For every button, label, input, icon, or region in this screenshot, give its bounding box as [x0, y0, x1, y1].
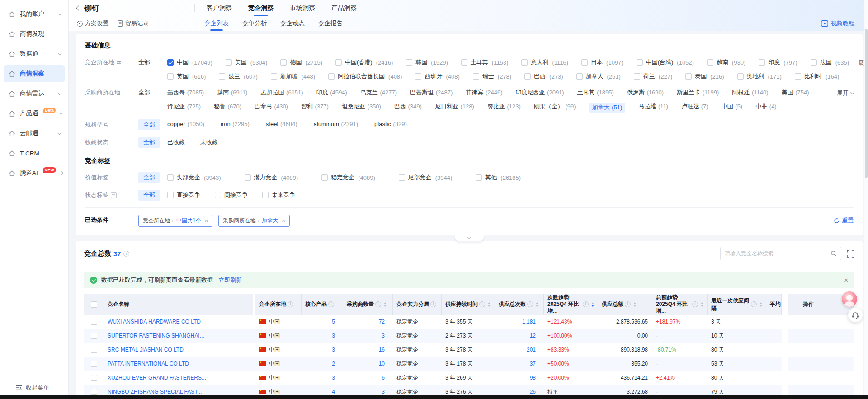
sort-icon[interactable]	[701, 302, 703, 307]
buyer-country-option[interactable]: 巴西 (349)	[394, 103, 422, 113]
spec-option[interactable]: plastic (329)	[374, 121, 407, 127]
supply-times-link[interactable]: 98	[530, 375, 536, 381]
search-input[interactable]	[725, 250, 830, 257]
country-filter-option[interactable]: 美国 (5304)	[226, 58, 268, 66]
info-icon[interactable]: i	[751, 301, 757, 307]
swap-icon[interactable]: ⇄	[117, 59, 121, 66]
collapse-menu-button[interactable]: 收起菜单	[0, 378, 68, 394]
core-product-count-link[interactable]: 3	[332, 375, 335, 381]
info-icon[interactable]: i	[430, 301, 436, 307]
buyer-country-option[interactable]: 智利 (377)	[301, 103, 329, 113]
chip-remove-icon[interactable]: ×	[282, 218, 285, 224]
core-product-count-link[interactable]: 2	[332, 361, 335, 367]
checkbox[interactable]	[737, 73, 744, 80]
spec-option[interactable]: iron (2295)	[221, 121, 250, 127]
spec-option[interactable]: steel (4684)	[266, 121, 297, 127]
chip-remove-icon[interactable]: ×	[205, 218, 208, 224]
sidebar-item[interactable]: 产品通 Beta	[4, 105, 65, 122]
core-product-count-link[interactable]: 3	[332, 347, 335, 353]
country-filter-option[interactable]: 印度 (797)	[759, 58, 797, 66]
checkbox[interactable]	[759, 59, 765, 66]
info-icon[interactable]: i	[692, 301, 698, 307]
buyer-count-link[interactable]: 3	[382, 333, 385, 339]
buyer-country-option[interactable]: 坦桑尼亚 (350)	[342, 103, 381, 113]
video-tutorial-button[interactable]: 视频教程	[821, 16, 854, 31]
banner-close-icon[interactable]: ×	[844, 276, 848, 284]
value-tag-option[interactable]: 稳定竞企 (4089)	[321, 174, 375, 182]
buyer-count-link[interactable]: 10	[379, 361, 385, 367]
reset-button[interactable]: 重置	[834, 215, 854, 225]
expand-button[interactable]: 展开	[827, 87, 854, 97]
plan-settings-button[interactable]: 方案设置	[77, 19, 108, 28]
fullscreen-icon[interactable]	[847, 250, 854, 258]
country-filter-option[interactable]: 中国(台湾) (1052)	[637, 58, 694, 66]
help-headset-button[interactable]	[848, 308, 863, 322]
buyer-country-option[interactable]: 菲律宾 (2446)	[466, 89, 502, 97]
company-name-link[interactable]: XUZHOU EVER GRAND FASTENERS...	[108, 375, 206, 381]
checkbox[interactable]	[473, 73, 479, 80]
checkbox[interactable]	[245, 174, 251, 181]
checkbox[interactable]	[271, 73, 277, 80]
info-icon[interactable]: i	[527, 301, 533, 307]
value-tag-option[interactable]: 其他 (26185)	[476, 174, 521, 182]
row-checkbox[interactable]	[91, 375, 97, 381]
info-icon[interactable]: i	[288, 301, 293, 307]
status-tag-option[interactable]: 间接竞争	[215, 191, 248, 199]
checkbox[interactable]	[811, 59, 817, 66]
sidebar-item[interactable]: T-CRM	[4, 145, 65, 162]
sort-icon-active[interactable]	[591, 302, 594, 307]
buyer-country-option[interactable]: 墨西哥 (7085)	[167, 89, 204, 97]
company-name-link[interactable]: SUPERTOR FASTENING SHANGHAI...	[108, 333, 204, 339]
checkbox[interactable]	[219, 73, 225, 80]
favorite-option[interactable]: 已收藏	[167, 138, 185, 146]
country-filter-option[interactable]: 越南 (930)	[707, 58, 745, 66]
customer-service-avatar[interactable]	[842, 291, 857, 307]
buyer-count-link[interactable]: 6	[382, 375, 385, 381]
buyer-count-link[interactable]: 72	[379, 319, 385, 325]
checkbox[interactable]	[637, 59, 643, 66]
supply-times-link[interactable]: 12	[530, 333, 536, 339]
country-filter-option[interactable]: 意大利 (1116)	[521, 58, 568, 66]
country-filter-option[interactable]: 泰国 (216)	[685, 72, 724, 80]
checkbox[interactable]	[521, 59, 528, 66]
row-checkbox[interactable]	[91, 389, 97, 395]
sort-icon[interactable]	[760, 302, 762, 307]
supply-times-link[interactable]: 37	[530, 361, 536, 367]
row-checkbox[interactable]	[91, 361, 97, 367]
company-name-link[interactable]: WUXI ANSHIDA HARDWARE CO LTD	[108, 319, 201, 325]
buyer-country-option[interactable]: 土耳其 (1895)	[577, 89, 614, 97]
info-icon[interactable]: i	[625, 301, 631, 307]
sidebar-item[interactable]: 商情发现	[4, 25, 65, 42]
checkbox[interactable]	[328, 73, 335, 80]
buyer-country-option[interactable]: 肯尼亚 (725)	[167, 103, 201, 113]
filter-all-option[interactable]: 全部	[138, 57, 167, 66]
checkbox[interactable]	[581, 59, 588, 66]
checkbox[interactable]	[167, 59, 174, 66]
value-tag-option[interactable]: 潜力竞企 (4089)	[245, 174, 298, 182]
checkbox[interactable]	[576, 73, 583, 80]
supply-times-link[interactable]: 201	[527, 347, 536, 353]
sort-icon[interactable]	[536, 302, 538, 307]
spec-option[interactable]: aluminum (2391)	[314, 121, 359, 127]
buyer-count-link[interactable]: 3	[382, 389, 385, 395]
search-icon[interactable]	[830, 250, 837, 257]
buyer-country-option[interactable]: 乌克兰 (4277)	[360, 89, 397, 97]
country-filter-option[interactable]: 奥地利 (171)	[737, 72, 782, 80]
buyer-country-option[interactable]: 中非 (4)	[755, 103, 777, 113]
info-icon[interactable]: i	[375, 301, 381, 307]
filter-all-chip[interactable]: 全部	[138, 119, 160, 130]
country-filter-option[interactable]: 巴西 (273)	[524, 72, 563, 80]
buyer-country-option[interactable]: 斯里兰卡 (1199)	[677, 89, 719, 97]
country-filter-option[interactable]: 德国 (2715)	[280, 58, 322, 66]
sidebar-item[interactable]: 数据通	[4, 45, 65, 62]
status-tag-option[interactable]: 直接竞争	[167, 191, 200, 199]
buyer-country-option[interactable]: 阿根廷 (1140)	[732, 89, 768, 97]
company-name-link[interactable]: SRC METAL JIASHAN CO LTD	[108, 347, 184, 353]
filter-all-chip[interactable]: 全部	[138, 190, 160, 201]
buyer-country-option[interactable]: 尼日利亚 (128)	[435, 103, 474, 113]
company-name-link[interactable]: PATTA INTERNATIONAL CO LTD	[108, 361, 189, 367]
buyer-country-option[interactable]: 印度尼西亚 (2091)	[515, 89, 564, 97]
sidebar-item[interactable]: 腾道AI NEW	[4, 164, 65, 182]
country-filter-option[interactable]: 中国 (17049)	[167, 58, 212, 66]
select-all-checkbox[interactable]	[91, 301, 97, 308]
